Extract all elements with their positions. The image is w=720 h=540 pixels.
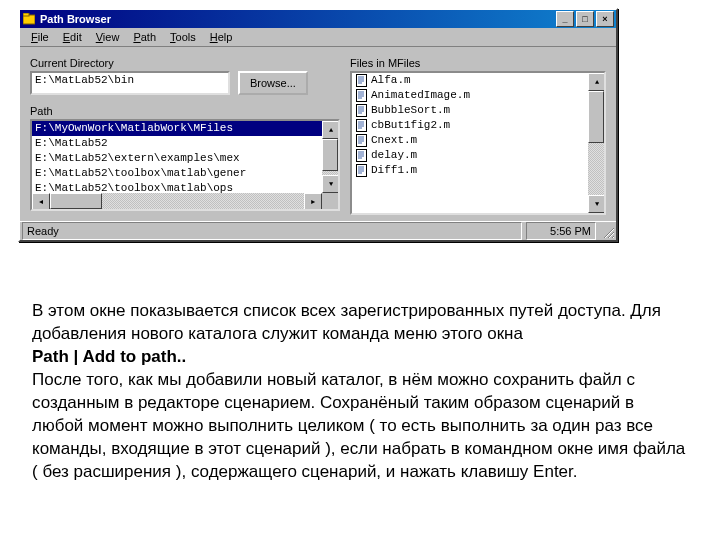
path-entry[interactable]: E:\MatLab52 (32, 136, 322, 151)
path-browser-window: Path Browser _ □ × File Edit View Path T… (18, 8, 618, 242)
status-time: 5:56 PM (526, 222, 596, 240)
menu-label: ile (38, 31, 49, 43)
menu-help[interactable]: Help (203, 30, 240, 44)
file-entry[interactable]: AnimatedImage.m (352, 88, 588, 103)
app-icon (22, 12, 36, 26)
menu-path[interactable]: Path (126, 30, 163, 44)
client-area: Current Directory E:\MatLab52\bin Browse… (20, 47, 616, 221)
file-entry[interactable]: Alfa.m (352, 73, 588, 88)
status-bar: Ready 5:56 PM (20, 221, 616, 240)
menu-tools[interactable]: Tools (163, 30, 203, 44)
file-name: cbBut1fig2.m (371, 118, 450, 133)
files-scroll-vertical[interactable]: ▲ ▼ (588, 73, 604, 213)
menu-edit[interactable]: Edit (56, 30, 89, 44)
file-name: Alfa.m (371, 73, 411, 88)
document-icon (355, 119, 367, 133)
window-title: Path Browser (40, 13, 111, 25)
path-list-inner: F:\MyOwnWork\MatlabWork\MFiles E:\MatLab… (32, 121, 322, 193)
close-button[interactable]: × (596, 11, 614, 27)
path-scroll-horizontal[interactable]: ◄ ► (32, 193, 322, 209)
path-scroll-vertical[interactable]: ▲ ▼ (322, 121, 338, 193)
left-column: Current Directory E:\MatLab52\bin Browse… (30, 57, 340, 215)
body-bold-command: Path | Add to path.. (32, 347, 186, 366)
file-entry[interactable]: Diff1.m (352, 163, 588, 178)
menu-label: ools (176, 31, 196, 43)
menu-label: iew (103, 31, 120, 43)
document-icon (355, 164, 367, 178)
menu-file[interactable]: File (24, 30, 56, 44)
files-listbox[interactable]: Alfa.m AnimatedImage.m BubbleSort.m (350, 71, 606, 215)
scroll-down-icon[interactable]: ▼ (588, 195, 606, 213)
document-icon (355, 104, 367, 118)
document-icon (355, 149, 367, 163)
file-entry[interactable]: BubbleSort.m (352, 103, 588, 118)
document-icon (355, 89, 367, 103)
body-text: В этом окне показывается список всех зар… (32, 300, 688, 484)
files-list-inner: Alfa.m AnimatedImage.m BubbleSort.m (352, 73, 588, 213)
scroll-corner (322, 193, 338, 209)
maximize-button[interactable]: □ (576, 11, 594, 27)
menu-label: elp (218, 31, 233, 43)
menu-label: dit (70, 31, 82, 43)
file-name: AnimatedImage.m (371, 88, 470, 103)
path-label: Path (30, 105, 340, 117)
scroll-right-icon[interactable]: ► (304, 193, 322, 211)
scroll-up-icon[interactable]: ▲ (322, 121, 340, 139)
scroll-up-icon[interactable]: ▲ (588, 73, 606, 91)
file-entry[interactable]: cbBut1fig2.m (352, 118, 588, 133)
file-name: BubbleSort.m (371, 103, 450, 118)
file-name: Cnext.m (371, 133, 417, 148)
scroll-thumb[interactable] (322, 139, 338, 171)
menu-bar: File Edit View Path Tools Help (20, 28, 616, 47)
menu-label: ath (141, 31, 156, 43)
scroll-down-icon[interactable]: ▼ (322, 175, 340, 193)
scroll-thumb[interactable] (50, 193, 102, 209)
file-entry[interactable]: Cnext.m (352, 133, 588, 148)
path-entry[interactable]: F:\MyOwnWork\MatlabWork\MFiles (32, 121, 322, 136)
right-column: Files in MFiles Alfa.m AnimatedIma (350, 57, 606, 215)
path-entry[interactable]: E:\MatLab52\extern\examples\mex (32, 151, 322, 166)
file-entry[interactable]: delay.m (352, 148, 588, 163)
status-ready: Ready (22, 222, 522, 240)
menu-view[interactable]: View (89, 30, 127, 44)
svg-rect-1 (23, 13, 29, 16)
scroll-thumb[interactable] (588, 91, 604, 143)
minimize-button[interactable]: _ (556, 11, 574, 27)
body-paragraph-1: В этом окне показывается список всех зар… (32, 301, 661, 343)
scroll-left-icon[interactable]: ◄ (32, 193, 50, 211)
title-bar[interactable]: Path Browser _ □ × (20, 10, 616, 28)
document-icon (355, 74, 367, 88)
resize-grip-icon[interactable] (600, 224, 614, 238)
current-directory-input[interactable]: E:\MatLab52\bin (30, 71, 230, 95)
file-name: Diff1.m (371, 163, 417, 178)
browse-button[interactable]: Browse... (238, 71, 308, 95)
file-name: delay.m (371, 148, 417, 163)
path-entry[interactable]: E:\MatLab52\toolbox\matlab\gener (32, 166, 322, 181)
svg-line-42 (613, 237, 614, 238)
files-label: Files in MFiles (350, 57, 606, 69)
path-entry[interactable]: E:\MatLab52\toolbox\matlab\ops (32, 181, 322, 193)
current-directory-label: Current Directory (30, 57, 340, 69)
body-paragraph-2: После того, как мы добавили новый катало… (32, 370, 685, 481)
path-listbox[interactable]: F:\MyOwnWork\MatlabWork\MFiles E:\MatLab… (30, 119, 340, 211)
document-icon (355, 134, 367, 148)
